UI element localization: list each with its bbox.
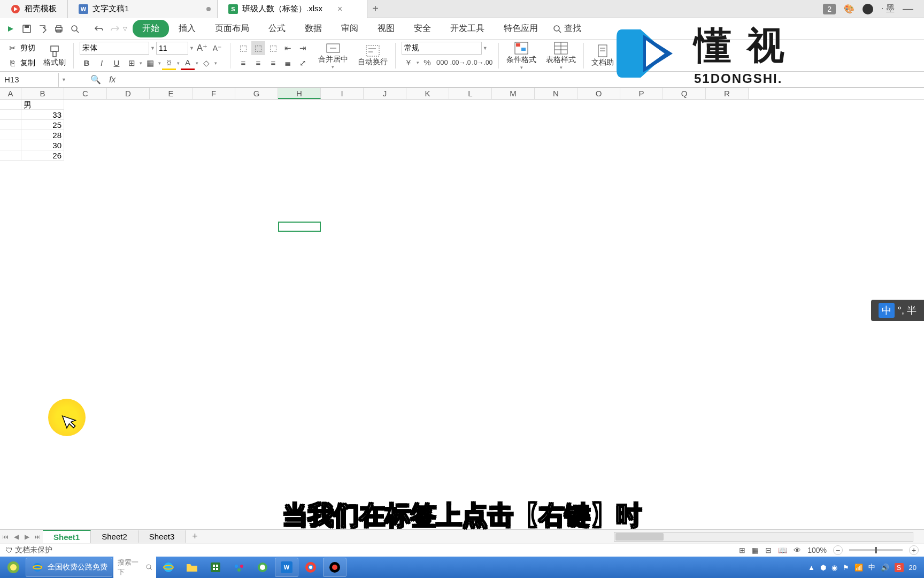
align-center-icon[interactable]: ≡ bbox=[251, 56, 265, 70]
sheet-nav-next-icon[interactable]: ▶ bbox=[21, 533, 32, 541]
tray-up-icon[interactable]: ▲ bbox=[808, 564, 815, 572]
tab-templates[interactable]: 稻壳模板 bbox=[0, 0, 68, 18]
bold-button[interactable]: B bbox=[80, 56, 94, 70]
col-header-j[interactable]: J bbox=[364, 88, 406, 99]
col-header-d[interactable]: D bbox=[107, 88, 150, 99]
col-header-g[interactable]: G bbox=[235, 88, 278, 99]
font-size-select[interactable] bbox=[156, 42, 188, 55]
indent-increase-icon[interactable]: ⇥ bbox=[296, 41, 310, 55]
save-icon[interactable] bbox=[19, 21, 35, 37]
col-header-k[interactable]: K bbox=[406, 88, 449, 99]
view-normal-icon[interactable]: ⊞ bbox=[739, 546, 745, 554]
wrap-text-button[interactable]: 自动换行 bbox=[353, 41, 392, 70]
ribbon-tab-dev[interactable]: 开发工具 bbox=[441, 20, 494, 37]
italic-button[interactable]: I bbox=[95, 56, 109, 70]
view-break-icon[interactable]: ⊟ bbox=[765, 546, 772, 554]
percent-icon[interactable]: % bbox=[420, 56, 434, 70]
close-icon[interactable]: × bbox=[337, 4, 342, 14]
justify-icon[interactable]: ≣ bbox=[281, 56, 295, 70]
col-header-f[interactable]: F bbox=[192, 88, 235, 99]
copy-label[interactable]: 复制 bbox=[20, 58, 35, 68]
spreadsheet-grid[interactable]: A B C D E F G H I J K L M N O P Q R 男 33… bbox=[0, 88, 924, 500]
name-box[interactable] bbox=[0, 73, 59, 87]
sheet-tab-1[interactable]: Sheet1 bbox=[43, 530, 91, 543]
cell-b6[interactable]: 26 bbox=[21, 150, 64, 161]
copy-icon[interactable]: ⎘ bbox=[5, 56, 19, 70]
align-right-icon[interactable]: ≡ bbox=[266, 56, 280, 70]
ribbon-tab-special[interactable]: 特色应用 bbox=[494, 20, 548, 37]
horizontal-scrollbar[interactable] bbox=[614, 532, 913, 542]
col-header-o[interactable]: O bbox=[578, 88, 620, 99]
align-middle-icon[interactable]: ⬚ bbox=[251, 41, 265, 55]
cut-label[interactable]: 剪切 bbox=[20, 43, 35, 53]
view-read-icon[interactable]: 📖 bbox=[778, 546, 787, 554]
zoom-fx-icon[interactable]: 🔍 bbox=[90, 74, 101, 85]
font-name-select[interactable] bbox=[80, 42, 149, 55]
conditional-format-button[interactable]: 条件格式▾ bbox=[502, 41, 541, 70]
chevron-down-icon[interactable]: ▼ bbox=[189, 45, 194, 51]
cell-fill-icon[interactable]: ▦ bbox=[143, 56, 157, 70]
print-icon[interactable] bbox=[51, 21, 67, 37]
skin-icon[interactable]: 🎨 bbox=[844, 4, 854, 14]
tab-spreadsheet[interactable]: S 班级人数（标签）.xlsx × bbox=[218, 0, 367, 18]
tray-flag-icon[interactable]: ⚑ bbox=[843, 564, 849, 572]
tray-security-icon[interactable]: ⬢ bbox=[820, 564, 826, 572]
taskbar-explorer[interactable] bbox=[181, 558, 203, 577]
merge-center-button[interactable]: 合并居中▾ bbox=[314, 41, 352, 70]
indent-decrease-icon[interactable]: ⇤ bbox=[281, 41, 295, 55]
print-preview-icon[interactable] bbox=[67, 21, 83, 37]
ribbon-tab-safe[interactable]: 安全 bbox=[404, 20, 441, 37]
orientation-icon[interactable]: ⤢ bbox=[296, 56, 310, 70]
cell-b2[interactable]: 33 bbox=[21, 110, 64, 120]
taskbar-store[interactable] bbox=[204, 558, 227, 577]
format-painter-button[interactable]: 格式刷 bbox=[39, 41, 70, 70]
chevron-down-icon[interactable]: ▼ bbox=[150, 45, 155, 51]
tray-network-icon[interactable]: 📶 bbox=[854, 564, 863, 572]
increase-font-icon[interactable]: A⁺ bbox=[195, 41, 209, 55]
col-header-i[interactable]: I bbox=[321, 88, 364, 99]
taskbar-baidu[interactable] bbox=[228, 558, 250, 577]
ribbon-tab-page[interactable]: 页面布局 bbox=[205, 20, 259, 37]
ribbon-tab-formula[interactable]: 公式 bbox=[259, 20, 295, 37]
ribbon-tab-start[interactable]: 开始 bbox=[133, 20, 169, 37]
ribbon-tab-review[interactable]: 审阅 bbox=[332, 20, 368, 37]
zoom-slider[interactable] bbox=[849, 549, 903, 551]
number-format-select[interactable] bbox=[402, 42, 482, 55]
increase-decimal-icon[interactable]: .00→.0 bbox=[450, 56, 471, 70]
col-header-m[interactable]: M bbox=[492, 88, 535, 99]
add-sheet-button[interactable]: + bbox=[186, 531, 204, 542]
ribbon-tab-insert[interactable]: 插入 bbox=[169, 20, 205, 37]
tab-word-doc[interactable]: W 文字文稿1 bbox=[68, 0, 218, 18]
col-header-r[interactable]: R bbox=[706, 88, 749, 99]
tray-volume-icon[interactable]: 🔊 bbox=[881, 564, 889, 572]
sheet-tab-3[interactable]: Sheet3 bbox=[138, 530, 186, 543]
cut-icon[interactable]: ✂ bbox=[5, 41, 19, 55]
col-header-l[interactable]: L bbox=[449, 88, 492, 99]
align-bottom-icon[interactable]: ⬚ bbox=[266, 41, 280, 55]
col-header-n[interactable]: N bbox=[535, 88, 578, 99]
col-header-c[interactable]: C bbox=[64, 88, 107, 99]
search-group[interactable]: 查找 bbox=[553, 23, 581, 34]
border-icon[interactable]: ⊞ bbox=[125, 56, 138, 70]
highlight-icon[interactable]: 🯀 bbox=[162, 56, 176, 70]
undo-icon[interactable] bbox=[91, 21, 107, 37]
zoom-in-button[interactable]: + bbox=[909, 545, 919, 555]
scroll-thumb[interactable] bbox=[615, 533, 664, 541]
sheet-tab-2[interactable]: Sheet2 bbox=[91, 530, 138, 543]
taskbar-search[interactable]: 搜索一下 bbox=[113, 556, 156, 578]
table-style-button[interactable]: 表格样式▾ bbox=[542, 41, 580, 70]
avatar[interactable] bbox=[863, 4, 873, 14]
taskbar-wps[interactable]: W bbox=[275, 558, 298, 577]
ribbon-tab-view[interactable]: 视图 bbox=[368, 20, 404, 37]
cell-b5[interactable]: 30 bbox=[21, 140, 64, 150]
sheet-nav-last-icon[interactable]: ⏭ bbox=[32, 533, 43, 541]
col-header-p[interactable]: P bbox=[620, 88, 663, 99]
name-box-dropdown-icon[interactable]: ▼ bbox=[59, 77, 69, 82]
underline-button[interactable]: U bbox=[110, 56, 124, 70]
comma-icon[interactable]: 000 bbox=[435, 56, 449, 70]
clear-format-icon[interactable]: ◇ bbox=[199, 56, 213, 70]
font-color-icon[interactable]: A bbox=[181, 56, 195, 70]
notification-badge[interactable]: 2 bbox=[823, 4, 836, 14]
save-as-icon[interactable] bbox=[35, 21, 51, 37]
zoom-level[interactable]: 100% bbox=[807, 546, 827, 554]
